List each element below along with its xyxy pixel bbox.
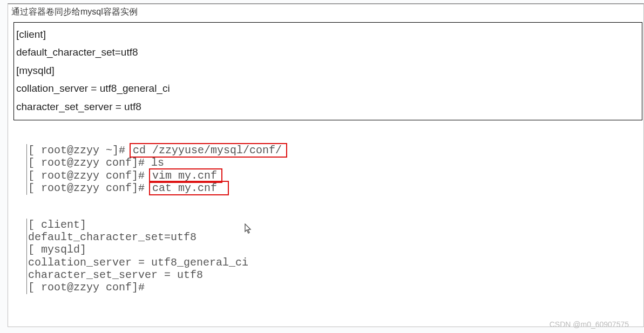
config-line: [client] — [16, 26, 640, 43]
config-line: default_character_set=utf8 — [16, 44, 640, 60]
output-line: collation_server = utf8_general_ci — [26, 256, 643, 269]
output-line: default_character_set=utf8 — [26, 231, 643, 243]
terminal-commands: [ root@zzyy ~]# cd /zzyyuse/mysql/conf/ … — [26, 144, 643, 195]
prompt: [ root@zzyy conf]# — [28, 169, 151, 182]
terminal-line: [ root@zzyy conf]# vim my.cnf — [26, 169, 643, 182]
highlighted-command: cd /zzyyuse/mysql/conf/ — [130, 143, 287, 158]
terminal-line: [ root@zzyy ~]# cd /zzyyuse/mysql/conf/ — [26, 144, 643, 157]
config-line: [mysqld] — [16, 63, 640, 79]
section-title: 通过容器卷同步给mysql容器实例 — [8, 4, 643, 21]
terminal-output: [ client] default_character_set=utf8 [ m… — [26, 219, 643, 294]
output-line: [ root@zzyy conf]# — [26, 281, 643, 294]
prompt: [ root@zzyy ~]# — [28, 144, 132, 157]
document-frame: 通过容器卷同步给mysql容器实例 [client] default_chara… — [8, 3, 644, 327]
terminal-line: [ root@zzyy conf]# ls — [26, 157, 643, 169]
config-box: [client] default_character_set=utf8 [mys… — [13, 22, 642, 120]
config-line: character_set_server = utf8 — [16, 99, 640, 115]
output-line: [ client] — [26, 219, 643, 231]
watermark: CSDN @m0_60907575 — [550, 320, 629, 329]
command: ls — [151, 157, 164, 169]
highlighted-command: cat my.cnf — [149, 181, 229, 195]
prompt: [ root@zzyy conf]# — [28, 157, 151, 169]
config-line: collation_server = utf8_general_ci — [16, 80, 640, 97]
output-line: [ mysqld] — [26, 243, 643, 256]
terminal-line: [ root@zzyy conf]# cat my.cnf — [26, 182, 643, 194]
prompt: [ root@zzyy conf]# — [28, 182, 151, 194]
output-line: character_set_server = utf8 — [26, 269, 643, 281]
